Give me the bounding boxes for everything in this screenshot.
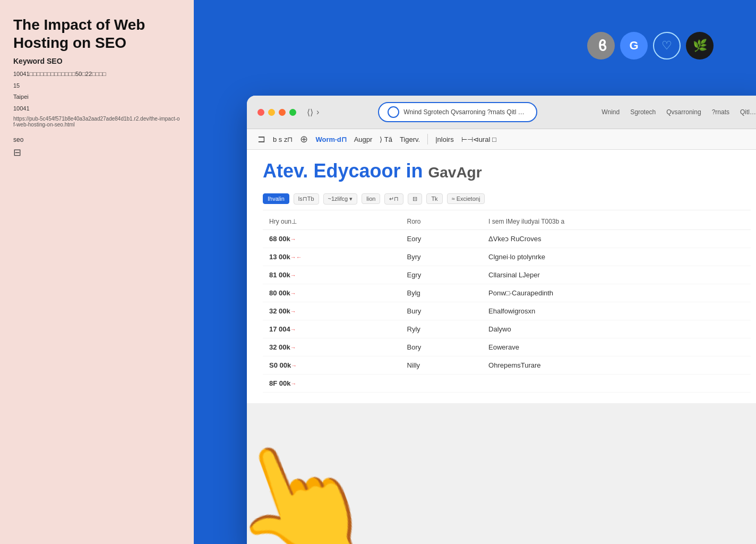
cell-num: 32 00k→ <box>263 302 401 320</box>
cell-num: 81 00k→ <box>263 266 401 284</box>
sidebar-meta-line2: 15 <box>13 81 181 91</box>
sidebar-meta-city: Taipei <box>13 92 181 102</box>
tab-nav-2: Sgrotech <box>630 108 656 116</box>
toolbar-label-1[interactable]: b s z⊓ <box>273 135 293 143</box>
filter-tab-lion[interactable]: lion <box>362 193 380 204</box>
sidebar-tag: seo <box>13 136 181 143</box>
cell-col3: Dalywo <box>482 320 751 338</box>
table-row: 17 004→ Ryly Dalywo <box>263 320 751 338</box>
cell-col2: Bory <box>401 338 483 356</box>
top-icons-group: ϐ G ♡ 🌿 <box>587 32 714 60</box>
cell-col3: Cllarsinal LJeper <box>482 266 751 284</box>
sidebar-subtitle: Keyword SEO <box>13 57 181 65</box>
col-header-roro: Roro <box>401 214 483 230</box>
table-row: 8F 00k→ <box>263 374 751 392</box>
cell-col2: Nilly <box>401 356 483 374</box>
address-text: Wnind Sgrotech Qvsarroning ?rnats Qitl … <box>403 108 524 116</box>
browser-tabs-nav: Wnind Sgrotech Qvsarroning ?rnats Qitl… <box>602 108 756 116</box>
cell-col3: Clgnei·lo ptolynrke <box>482 248 751 266</box>
top-icon-1: ϐ <box>587 32 615 60</box>
traffic-dot-green[interactable] <box>289 109 296 116</box>
browser-content: Atev. Edycaoor in GavAgr Ihvalin ls⊓Tb ~… <box>247 150 756 403</box>
nav-forward[interactable]: › <box>316 107 319 117</box>
table-row: S0 00k→ Nilly OhrepemsTurare <box>263 356 751 374</box>
data-table: Hry oun⊥ Roro I sem IMey iludyai T003b a… <box>263 214 751 393</box>
cell-num: S0 00k→ <box>263 356 401 374</box>
col-header-num: Hry oun⊥ <box>263 214 401 230</box>
table-row: 13 00k→← Byry Clgnei·lo ptolynrke <box>263 248 751 266</box>
cell-col3: OhrepemsTurare <box>482 356 751 374</box>
browser-toolbar: ⊐ b s z⊓ ⊕ Worm·d⊓ Augpr ⟩ Tā Tigerv. |n… <box>247 129 756 150</box>
cell-num: 8F 00k→ <box>263 374 401 392</box>
top-icon-3: ♡ <box>653 32 681 60</box>
cell-num: 32 00k→ <box>263 338 401 356</box>
filter-tab-lstb[interactable]: ls⊓Tb <box>294 193 319 205</box>
table-row: 32 00k→ Bury Ehalfowigrosxn <box>263 302 751 320</box>
sidebar-url[interactable]: https://pub-5c454f571b8e40a3a2aad27ade84… <box>13 116 181 128</box>
cell-col2 <box>401 374 483 392</box>
tab-nav-5: Qitl… <box>740 108 756 116</box>
table-header-row: Hry oun⊥ Roro I sem IMey iludyai T003b a <box>263 214 751 230</box>
table-row: 81 00k→ Egry Cllarsinal LJeper <box>263 266 751 284</box>
cell-col2: Bury <box>401 302 483 320</box>
toolbar-nloirs[interactable]: |nloirs <box>435 135 453 143</box>
filter-tab-box[interactable]: ⊟ <box>408 193 422 205</box>
browser-chrome: ⟨⟩ › Wnind Sgrotech Qvsarroning ?rnats Q… <box>247 96 756 129</box>
cell-col3: Eowerave <box>482 338 751 356</box>
sidebar-meta-zip: 10041 <box>13 104 181 114</box>
page-heading-part2: Edycaoor <box>313 160 400 182</box>
toolbar-worm[interactable]: Worm·d⊓ <box>315 135 346 143</box>
filter-tab-invalid[interactable]: Ihvalin <box>263 193 289 204</box>
filter-tab-exc[interactable]: ≈ Excietonj <box>447 193 485 204</box>
address-bar[interactable]: Wnind Sgrotech Qvsarroning ?rnats Qitl … <box>378 102 537 122</box>
cell-num: 17 004→ <box>263 320 401 338</box>
cell-col2: Bylg <box>401 284 483 302</box>
toolbar-separator <box>427 134 428 144</box>
cell-col2: Ryly <box>401 320 483 338</box>
cell-col3: Ehalfowigrosxn <box>482 302 751 320</box>
tab-nav-4: ?rnats <box>712 108 729 116</box>
table-row: 32 00k→ Bory Eowerave <box>263 338 751 356</box>
cell-col3: Ponw□·Caurapedinth <box>482 284 751 302</box>
traffic-dot-yellow[interactable] <box>268 109 275 116</box>
filter-tab-enter[interactable]: ↵⊓ <box>384 193 403 205</box>
page-heading-part1: Atev. <box>263 160 313 182</box>
top-icon-2: G <box>620 32 648 60</box>
sidebar-title: The Impact of Web Hosting on SEO <box>13 16 181 52</box>
sidebar: The Impact of Web Hosting on SEO Keyword… <box>0 0 194 544</box>
table-row: 80 00k→ Bylg Ponw□·Caurapedinth <box>263 284 751 302</box>
main-area: ϐ G ♡ 🌿 ⟨⟩ › Wnind Sg <box>194 0 756 544</box>
page-heading-suffix: GavAgr <box>428 164 482 181</box>
toolbar-tiger[interactable]: Tigerv. <box>400 135 420 143</box>
filter-tab-dropdown[interactable]: ~1zlifcg ▾ <box>323 193 358 205</box>
toolbar-icon-1[interactable]: ⊐ <box>257 133 265 145</box>
filter-tab-tk[interactable]: Tk <box>426 193 442 204</box>
address-circle-icon <box>388 106 399 118</box>
cell-num: 68 00k→ <box>263 230 401 248</box>
traffic-dot-orange[interactable] <box>279 109 286 116</box>
toolbar-augpr[interactable]: Augpr <box>354 135 373 143</box>
cell-col3 <box>482 374 751 392</box>
traffic-lights <box>257 109 296 116</box>
cell-col2: Byry <box>401 248 483 266</box>
table-row: 68 00k→ Eory ΔVkeɔ RuCroves <box>263 230 751 248</box>
tab-nav-3: Qvsarroning <box>666 108 701 116</box>
cell-col3: ΔVkeɔ RuCroves <box>482 230 751 248</box>
browser-window: ⟨⟩ › Wnind Sgrotech Qvsarroning ?rnats Q… <box>247 96 756 544</box>
filter-row: Ihvalin ls⊓Tb ~1zlifcg ▾ lion ↵⊓ ⊟ Tk ≈ … <box>263 190 751 210</box>
toolbar-ural[interactable]: ⊢⊣⊲ural □ <box>461 135 496 143</box>
tab-nav-1: Wnind <box>602 108 620 116</box>
col-header-desc: I sem IMey iludyai T003b a <box>482 214 751 230</box>
traffic-dot-red[interactable] <box>257 109 264 116</box>
page-heading: Atev. Edycaoor in GavAgr <box>263 160 751 182</box>
nav-back[interactable]: ⟨⟩ <box>307 107 313 117</box>
cell-num: 13 00k→← <box>263 248 401 266</box>
cell-col2: Eory <box>401 230 483 248</box>
cell-num: 80 00k→ <box>263 284 401 302</box>
cell-col2: Egry <box>401 266 483 284</box>
sidebar-meta-line1: 10041□□□□□□□□□□□□□50□22□□□□ <box>13 70 181 79</box>
toolbar-ta[interactable]: ⟩ Tā <box>380 135 392 143</box>
top-icon-4: 🌿 <box>686 32 714 60</box>
nav-arrows[interactable]: ⟨⟩ › <box>307 107 319 117</box>
toolbar-icon-2[interactable]: ⊕ <box>300 133 308 145</box>
